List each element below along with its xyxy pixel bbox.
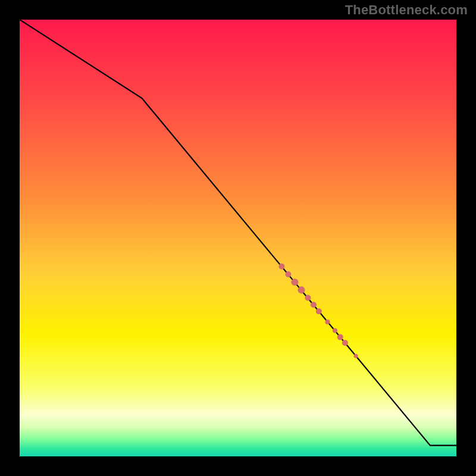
highlight-marker: [311, 302, 317, 308]
highlight-marker: [291, 278, 298, 286]
highlight-marker: [333, 328, 337, 333]
highlight-marker: [325, 320, 330, 324]
highlight-marker: [305, 295, 311, 301]
highlight-marker: [285, 271, 291, 277]
highlight-marker: [337, 334, 343, 340]
highlight-marker: [354, 354, 358, 358]
watermark-text: TheBottleneck.com: [345, 2, 468, 18]
plot-gradient-background: [20, 20, 456, 456]
chart-canvas: [0, 0, 476, 476]
highlight-marker: [316, 308, 322, 314]
highlight-marker: [278, 264, 284, 270]
highlight-marker: [342, 340, 348, 346]
highlight-marker: [298, 286, 305, 293]
chart-stage: TheBottleneck.com: [0, 0, 476, 476]
